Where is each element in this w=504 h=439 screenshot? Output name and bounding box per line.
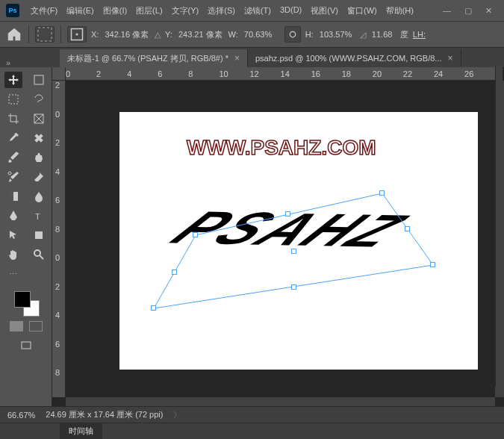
menu-help[interactable]: 帮助(H) bbox=[382, 2, 417, 19]
canvas[interactable]: WWW.PSAHZ.COM PSAHZ bbox=[119, 112, 478, 370]
menu-file[interactable]: 文件(F) bbox=[27, 2, 61, 19]
document-dimensions[interactable]: 24.69 厘米 x 17.64 厘米 (72 ppi) bbox=[46, 409, 163, 420]
clone-tool[interactable] bbox=[30, 149, 48, 166]
tab-inactive[interactable]: psahz.psd @ 100% (WWW.PSAHZ.COM, RGB/8..… bbox=[248, 49, 461, 67]
path-select-tool[interactable] bbox=[4, 227, 22, 243]
frame-tool[interactable] bbox=[30, 110, 48, 127]
history-brush-tool[interactable] bbox=[4, 169, 22, 185]
transform-handle[interactable] bbox=[379, 190, 385, 196]
ruler-vertical[interactable]: 20246802468 bbox=[52, 81, 66, 397]
home-icon[interactable] bbox=[6, 26, 22, 43]
ruler-tick: 4 bbox=[127, 67, 158, 80]
ruler-tick: 14 bbox=[281, 67, 311, 80]
tabs-dropdown-icon[interactable]: » bbox=[6, 58, 16, 67]
zoom-tool[interactable] bbox=[30, 246, 48, 263]
tab-title: 未标题-1 @ 66.7% (PSAHZ 拷贝, RGB/8#) * bbox=[67, 53, 228, 64]
transform-handle[interactable] bbox=[291, 284, 296, 290]
foreground-background-swap[interactable] bbox=[30, 266, 48, 282]
standard-mode-icon[interactable] bbox=[10, 321, 23, 331]
document-tabs: » 未标题-1 @ 66.7% (PSAHZ 拷贝, RGB/8#) * × p… bbox=[0, 48, 504, 67]
timeline-tab[interactable]: 时间轴 bbox=[60, 423, 102, 439]
quickmask-mode-icon[interactable] bbox=[29, 321, 43, 331]
ruler-tick: 2 bbox=[52, 282, 65, 311]
close-icon[interactable]: × bbox=[448, 53, 453, 63]
foreground-swatch[interactable] bbox=[14, 291, 31, 308]
edit-toolbar-icon[interactable]: ⋯ bbox=[4, 266, 22, 282]
transform-handle[interactable] bbox=[193, 232, 198, 237]
transform-center-handle[interactable] bbox=[291, 249, 296, 254]
menu-filter[interactable]: 滤镜(T) bbox=[240, 2, 275, 19]
transform-handle[interactable] bbox=[151, 305, 156, 311]
ruler-tick: 26 bbox=[464, 67, 495, 80]
maximize-button[interactable]: ▢ bbox=[464, 6, 472, 16]
ruler-tick: 24 bbox=[434, 67, 464, 80]
triangle-icon[interactable]: △ bbox=[155, 30, 161, 40]
menu-edit[interactable]: 编辑(E) bbox=[63, 2, 98, 19]
menu-image[interactable]: 图像(I) bbox=[99, 2, 131, 19]
zoom-level[interactable]: 66.67% bbox=[7, 411, 35, 420]
x-value[interactable]: 342.16 像素 bbox=[103, 28, 150, 42]
screen-mode-icon[interactable] bbox=[17, 337, 35, 354]
ruler-tick: 6 bbox=[52, 340, 65, 369]
crop-tool[interactable] bbox=[4, 110, 22, 127]
tab-active[interactable]: 未标题-1 @ 66.7% (PSAHZ 拷贝, RGB/8#) * × bbox=[60, 49, 248, 67]
menu-type[interactable]: 文字(Y) bbox=[168, 2, 203, 19]
scrollbar-horizontal[interactable] bbox=[66, 397, 495, 406]
hand-tool[interactable] bbox=[4, 246, 22, 263]
angle-value[interactable]: 11.68 bbox=[370, 28, 396, 40]
eraser-tool[interactable] bbox=[30, 169, 48, 185]
ruler-tick: 8 bbox=[52, 225, 65, 254]
lasso-tool[interactable] bbox=[30, 91, 48, 108]
quickmask-toggle[interactable] bbox=[0, 321, 52, 331]
healing-tool[interactable] bbox=[30, 130, 48, 146]
ruler-horizontal[interactable]: 02468101214161820222426 bbox=[66, 67, 495, 81]
gradient-tool[interactable] bbox=[4, 188, 22, 205]
menu-3d[interactable]: 3D(D) bbox=[276, 2, 305, 19]
chevron-right-icon[interactable]: 〉 bbox=[173, 409, 181, 420]
link-aspect-icon[interactable] bbox=[284, 26, 301, 43]
menu-layer[interactable]: 图层(L) bbox=[132, 2, 166, 19]
svg-point-6 bbox=[8, 172, 11, 175]
svg-point-11 bbox=[34, 250, 40, 256]
eyedropper-tool[interactable] bbox=[4, 130, 22, 146]
svg-rect-3 bbox=[34, 75, 43, 84]
pen-tool[interactable] bbox=[4, 208, 22, 224]
ruler-origin[interactable] bbox=[52, 67, 66, 81]
transform-handle[interactable] bbox=[430, 262, 435, 267]
w-value[interactable]: 70.63% bbox=[243, 28, 280, 40]
transform-mode-icon[interactable] bbox=[35, 26, 55, 43]
transform-handle[interactable] bbox=[172, 270, 177, 275]
options-bar: X: 342.16 像素 △ Y: 243.21 像素 W: 70.63% H:… bbox=[0, 21, 504, 48]
blur-tool[interactable] bbox=[30, 188, 48, 205]
marquee-tool[interactable] bbox=[4, 91, 22, 108]
brush-tool[interactable] bbox=[4, 149, 22, 166]
artboard-tool[interactable] bbox=[30, 72, 48, 88]
menu-window[interactable]: 窗口(W) bbox=[343, 2, 381, 19]
ruler-tick: 6 bbox=[158, 67, 188, 80]
y-value[interactable]: 243.21 像素 bbox=[177, 28, 224, 42]
lh-label: LH: bbox=[413, 30, 426, 39]
reference-point-icon[interactable] bbox=[67, 26, 87, 43]
shape-tool[interactable] bbox=[30, 227, 48, 243]
angle-icon: ◿ bbox=[360, 30, 366, 40]
ruler-tick: 20 bbox=[373, 67, 403, 80]
collapsed-panels[interactable] bbox=[495, 66, 503, 387]
minimize-button[interactable]: — bbox=[443, 6, 451, 16]
transform-bounds bbox=[136, 190, 457, 325]
menu-view[interactable]: 视图(V) bbox=[307, 2, 342, 19]
color-swatches[interactable] bbox=[11, 288, 41, 318]
canvas-area: 02468101214161820222426 20246802468 WWW.… bbox=[52, 67, 504, 406]
type-tool[interactable]: T bbox=[30, 208, 48, 224]
menu-select[interactable]: 选择(S) bbox=[204, 2, 239, 19]
close-button[interactable]: ✕ bbox=[485, 6, 492, 16]
ruler-tick: 4 bbox=[52, 311, 65, 340]
window-controls: — ▢ ✕ bbox=[443, 6, 498, 16]
ruler-tick: 18 bbox=[342, 67, 373, 80]
transform-handle[interactable] bbox=[285, 211, 290, 217]
transform-handle[interactable] bbox=[405, 226, 410, 231]
ruler-tick: 2 bbox=[52, 81, 65, 110]
move-tool[interactable] bbox=[4, 72, 22, 88]
close-icon[interactable]: × bbox=[234, 53, 240, 63]
transform-selection[interactable]: PSAHZ bbox=[136, 190, 457, 317]
h-value[interactable]: 103.57% bbox=[318, 28, 355, 40]
